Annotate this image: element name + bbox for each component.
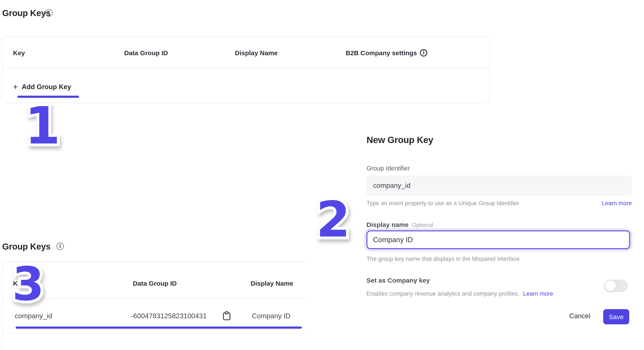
column-header-display-name: Display Name bbox=[235, 49, 278, 57]
column-header-display-name: Display Name bbox=[250, 280, 293, 287]
column-header-data-group-id: Data Group ID bbox=[133, 280, 177, 287]
learn-more-link[interactable]: Learn more bbox=[523, 290, 553, 297]
row-key-cell: company_id bbox=[15, 312, 52, 320]
group-identifier-helper: Type an event property to use as a Uniqu… bbox=[366, 200, 632, 207]
group-identifier-label: Group Identifier bbox=[366, 165, 410, 172]
b2b-settings-label: B2B Company settings bbox=[346, 49, 417, 57]
new-group-key-title: New Group Key bbox=[366, 135, 434, 145]
annotation-step-2: 22 bbox=[316, 195, 350, 244]
group-keys-table-top bbox=[2, 37, 490, 103]
column-header-key: Key bbox=[13, 49, 25, 57]
column-header-b2b-settings: B2B Company settings bbox=[346, 49, 427, 57]
column-header-key: Key bbox=[13, 280, 25, 287]
info-icon[interactable] bbox=[56, 243, 64, 250]
save-button[interactable]: Save bbox=[603, 309, 629, 324]
info-icon[interactable] bbox=[420, 49, 427, 57]
column-header-data-group-id: Data Group ID bbox=[124, 49, 168, 57]
group-identifier-input[interactable] bbox=[366, 176, 632, 196]
step3-highlight-underline bbox=[16, 326, 302, 329]
display-name-label-row: Display name Optional bbox=[366, 221, 433, 228]
annotation-step-1: 11 bbox=[25, 100, 60, 151]
learn-more-link[interactable]: Learn more bbox=[602, 200, 632, 207]
add-group-key-label: Add Group Key bbox=[22, 83, 71, 91]
group-keys-table-bottom bbox=[2, 262, 306, 350]
table-header-divider bbox=[2, 298, 306, 298]
optional-label: Optional bbox=[412, 222, 433, 228]
display-name-input[interactable] bbox=[366, 230, 630, 249]
company-key-helper-text: Enables company revenue analytics and co… bbox=[366, 290, 519, 297]
group-keys-title-top: Group Keys bbox=[2, 8, 50, 18]
copy-icon[interactable] bbox=[223, 311, 230, 320]
display-name-label: Display name bbox=[366, 221, 408, 228]
cancel-button[interactable]: Cancel bbox=[569, 312, 590, 320]
set-company-key-label: Set as Company key bbox=[366, 277, 430, 284]
plus-icon bbox=[13, 83, 18, 91]
display-name-helper: The group key name that displays in the … bbox=[366, 256, 520, 262]
info-icon[interactable] bbox=[45, 9, 52, 17]
company-key-toggle[interactable] bbox=[604, 280, 628, 292]
company-key-helper: Enables company revenue analytics and co… bbox=[366, 290, 553, 297]
page: Group Keys Key Data Group ID Display Nam… bbox=[0, 0, 644, 350]
table-header-divider bbox=[2, 68, 490, 69]
step1-highlight-underline bbox=[17, 96, 79, 98]
group-identifier-helper-text: Type an event property to use as a Uniqu… bbox=[366, 200, 519, 207]
toggle-knob bbox=[605, 280, 616, 291]
add-group-key-button[interactable]: Add Group Key bbox=[13, 83, 71, 91]
row-display-name-cell: Company ID bbox=[252, 312, 290, 320]
row-data-group-id-cell: -6004783125823100431 bbox=[130, 312, 207, 320]
group-keys-title-bottom: Group Keys bbox=[2, 242, 50, 252]
table-row-divider bbox=[2, 333, 306, 334]
